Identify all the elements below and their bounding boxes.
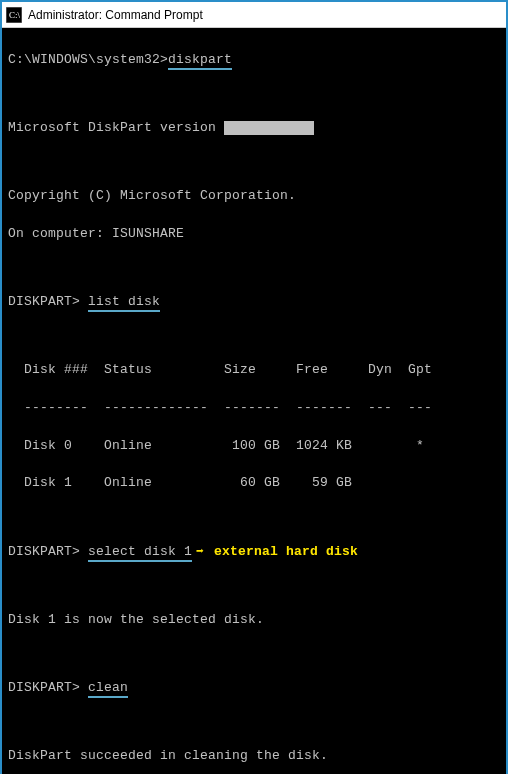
table-row: Disk 0 Online 100 GB 1024 KB * <box>8 437 500 456</box>
annotation-external-disk: external hard disk <box>214 544 358 559</box>
prompt-clean: DISKPART> clean <box>8 679 500 698</box>
window-title: Administrator: Command Prompt <box>28 8 203 22</box>
cmd-clean: clean <box>88 680 128 698</box>
cmd-icon: C:\ <box>6 7 22 23</box>
table-header: Disk ### Status Size Free Dyn Gpt <box>8 361 500 380</box>
computer-line: On computer: ISUNSHARE <box>8 225 500 244</box>
prompt-line: C:\WINDOWS\system32>diskpart <box>8 51 500 70</box>
version-line: Microsoft DiskPart version <box>8 119 500 138</box>
terminal-body[interactable]: C:\WINDOWS\system32>diskpart Microsoft D… <box>2 28 506 774</box>
cmd-diskpart: diskpart <box>168 52 232 70</box>
version-redacted <box>224 121 314 135</box>
cmd-select-disk: select disk 1 <box>88 544 192 562</box>
copyright-line: Copyright (C) Microsoft Corporation. <box>8 187 500 206</box>
msg-selected-disk: Disk 1 is now the selected disk. <box>8 611 500 630</box>
prompt-select-disk: DISKPART> select disk 1➡ external hard d… <box>8 543 500 562</box>
svg-text:C:\: C:\ <box>9 10 21 20</box>
window-titlebar: C:\ Administrator: Command Prompt <box>2 2 506 28</box>
msg-clean: DiskPart succeeded in cleaning the disk. <box>8 747 500 766</box>
table-sep: -------- ------------- ------- ------- -… <box>8 399 500 418</box>
arrow-icon: ➡ <box>196 543 204 562</box>
prompt-list-disk: DISKPART> list disk <box>8 293 500 312</box>
cmd-list-disk: list disk <box>88 294 160 312</box>
table-row: Disk 1 Online 60 GB 59 GB <box>8 474 500 493</box>
